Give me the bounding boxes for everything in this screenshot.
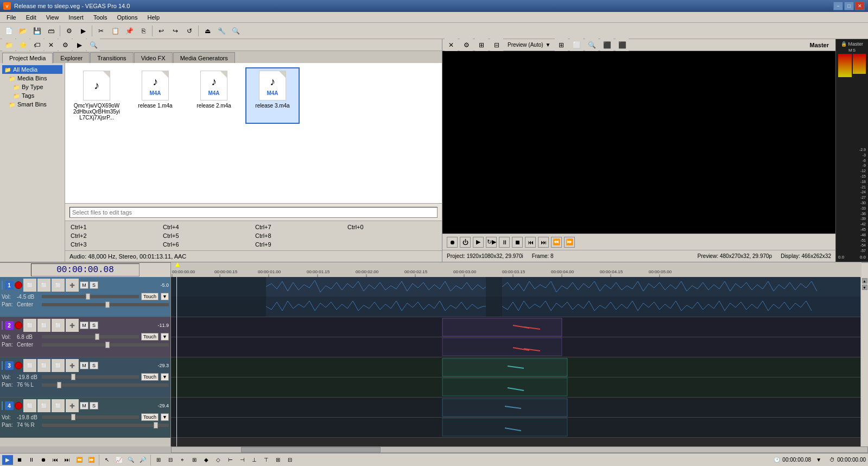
tl-time-btn[interactable]: ▼ xyxy=(813,455,824,465)
track-1-solo[interactable]: S xyxy=(90,281,98,289)
preview-mode-arrow[interactable]: ▼ xyxy=(546,42,551,48)
track-4-btn3[interactable]: ⬜ xyxy=(52,399,65,412)
track-3-btn2[interactable]: ⬜ xyxy=(37,359,50,372)
track-4-pan-slider[interactable] xyxy=(42,424,169,427)
tl-marker[interactable]: ◆ xyxy=(201,455,212,465)
tab-transitions[interactable]: Transitions xyxy=(90,52,133,63)
track-2-touch-arrow[interactable]: ▼ xyxy=(161,333,169,341)
new-button[interactable]: 📄 xyxy=(2,24,15,37)
preview-split[interactable]: ⬜ xyxy=(570,39,583,52)
prev-pause[interactable]: ⏸ xyxy=(499,237,510,248)
track-2-solo[interactable]: S xyxy=(90,322,98,329)
capture-button[interactable]: ⏏ xyxy=(201,24,214,37)
track-4-record[interactable] xyxy=(15,402,22,410)
track-3-btn1[interactable]: ⬜ xyxy=(23,359,36,372)
tl-ripple2[interactable]: ⊟ xyxy=(165,455,176,465)
track-3-touch[interactable]: Touch xyxy=(141,373,159,381)
track-1-btn4[interactable]: ➕ xyxy=(66,279,79,292)
track-4-mute[interactable]: M xyxy=(80,402,88,410)
menu-view[interactable]: View xyxy=(42,13,64,22)
redo-button[interactable]: ↺ xyxy=(183,24,196,37)
render-button[interactable]: ⚙ xyxy=(62,24,75,37)
track-2-btn2[interactable]: ⬜ xyxy=(37,319,50,332)
sidebar-item-all-media[interactable]: 📁 All Media xyxy=(2,65,62,74)
tl-ripple[interactable]: ⊞ xyxy=(153,455,164,465)
properties-button[interactable]: 🔧 xyxy=(215,24,228,37)
track-4-touch[interactable]: Touch xyxy=(141,413,159,421)
preview-zoom-out[interactable]: 🔍 xyxy=(585,39,598,52)
tl-trim1[interactable]: ⊢ xyxy=(225,455,236,465)
prev-prev[interactable]: ⏮ xyxy=(525,237,536,248)
track-scroll-up[interactable]: ▲ xyxy=(862,278,867,284)
menu-options[interactable]: Options xyxy=(113,13,142,22)
media-item-4[interactable]: ♪ M4A release 3.m4a xyxy=(245,67,300,124)
track-1-btn1[interactable]: ⬜ xyxy=(23,279,36,292)
track-3-mute[interactable]: M xyxy=(80,362,88,369)
tab-video-fx[interactable]: Video FX xyxy=(134,52,173,63)
tl-region[interactable]: ◇ xyxy=(213,455,224,465)
track-4-solo[interactable]: S xyxy=(90,402,98,410)
paste2-button[interactable]: ⎘ xyxy=(137,24,150,37)
sidebar-item-by-type[interactable]: 📁 By Type xyxy=(2,83,62,91)
render2-button[interactable]: ▶ xyxy=(77,24,90,37)
preview-close[interactable]: ✕ xyxy=(445,39,458,52)
prev-next[interactable]: ⏭ xyxy=(538,237,549,248)
menu-insert[interactable]: Insert xyxy=(64,13,88,22)
media-item-2[interactable]: ♪ M4A release 1.m4a xyxy=(128,67,182,124)
undo-button[interactable]: ↩ xyxy=(155,24,168,37)
tl-ff[interactable]: ⏩ xyxy=(86,455,97,465)
track-2-btn3[interactable]: ⬜ xyxy=(52,319,65,332)
track-2-pan-slider[interactable] xyxy=(42,343,169,347)
track-1-pan-slider[interactable] xyxy=(42,303,169,306)
prev-record[interactable]: ⏺ xyxy=(447,237,458,248)
copy-button[interactable]: 📋 xyxy=(109,24,122,37)
minimize-button[interactable]: − xyxy=(833,2,843,10)
menu-file[interactable]: File xyxy=(2,13,21,22)
track-1-btn2[interactable]: ⬜ xyxy=(37,279,50,292)
tl-grid[interactable]: ⊞ xyxy=(189,455,200,465)
media-tb-2[interactable]: ⭐ xyxy=(16,39,29,52)
tl-zoom-out[interactable]: 🔎 xyxy=(137,455,148,465)
preview-tb1[interactable]: ⬛ xyxy=(600,39,613,52)
sidebar-item-smart-bins[interactable]: 📁 Smart Bins xyxy=(2,100,62,109)
media-close[interactable]: ✕ xyxy=(45,39,58,52)
tl-play[interactable]: ▶ xyxy=(2,455,13,465)
paste-button[interactable]: 📌 xyxy=(123,24,136,37)
track-4-btn1[interactable]: ⬜ xyxy=(23,399,36,412)
track-3-touch-arrow[interactable]: ▼ xyxy=(161,373,169,381)
track-3-btn4[interactable]: ➕ xyxy=(66,359,79,372)
prev-play-loop[interactable]: ↻▶ xyxy=(486,237,497,248)
tl-trim5[interactable]: ⊞ xyxy=(273,455,283,465)
track-1-record[interactable] xyxy=(15,281,22,289)
track-1-touch-arrow[interactable]: ▼ xyxy=(161,293,169,300)
tl-cursor[interactable]: ↖ xyxy=(102,455,112,465)
tl-stop[interactable]: ⏹ xyxy=(14,455,25,465)
tl-trim2[interactable]: ⊣ xyxy=(237,455,248,465)
media-item-1[interactable]: ♪ QmcYjwVQX69oW2dHbuxQrBHm35yiL7CXj7Xjsr… xyxy=(69,67,124,124)
track-3-vol-slider[interactable] xyxy=(42,375,139,379)
media-search[interactable]: 🔍 xyxy=(87,39,100,52)
tag-input[interactable] xyxy=(69,207,438,218)
track-2-record[interactable] xyxy=(15,322,22,329)
tl-pause[interactable]: ⏸ xyxy=(26,455,37,465)
track-4-vol-slider[interactable] xyxy=(42,415,139,419)
tab-project-media[interactable]: Project Media xyxy=(2,53,53,64)
tl-snap[interactable]: ⌖ xyxy=(177,455,188,465)
track-1-mute[interactable]: M xyxy=(80,281,88,289)
tl-trim3[interactable]: ⊥ xyxy=(249,455,259,465)
track-2-touch[interactable]: Touch xyxy=(141,333,159,341)
media-tb-1[interactable]: 📁 xyxy=(2,39,15,52)
maximize-button[interactable]: □ xyxy=(844,2,854,10)
track-4-btn4[interactable]: ➕ xyxy=(66,399,79,412)
undo2-button[interactable]: ↪ xyxy=(169,24,182,37)
track-2-btn1[interactable]: ⬜ xyxy=(23,319,36,332)
sidebar-item-media-bins[interactable]: 📁 Media Bins xyxy=(2,74,62,83)
track-3-pan-slider[interactable] xyxy=(42,383,169,387)
tl-next[interactable]: ⏭ xyxy=(62,455,73,465)
prev-power[interactable]: ⏻ xyxy=(460,237,471,248)
tl-record[interactable]: ⏺ xyxy=(38,455,49,465)
search-button[interactable]: 🔍 xyxy=(229,24,242,37)
tab-media-generators[interactable]: Media Generators xyxy=(173,52,235,63)
media-tb-3[interactable]: 🏷 xyxy=(30,39,43,52)
track-1-vol-slider[interactable] xyxy=(42,295,139,298)
